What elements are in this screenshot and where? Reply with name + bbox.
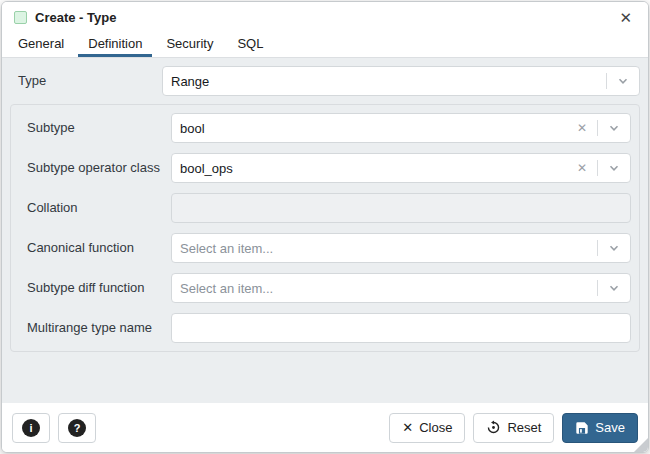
chevron-down-icon[interactable] [602,242,622,254]
tab-sql[interactable]: SQL [227,32,273,57]
subtype-select[interactable]: bool ✕ [171,113,631,143]
subtype-diff-function-row: Subtype diff function Select an item... [19,273,631,303]
multirange-type-name-input[interactable] [171,313,631,343]
canonical-function-label: Canonical function [19,239,171,258]
help-button[interactable]: ? [58,413,96,443]
subtype-row: Subtype bool ✕ [19,113,631,143]
definition-form: Type Range Subtype bool ✕ [2,58,648,403]
help-icon: ? [68,419,86,437]
close-icon[interactable]: ✕ [613,8,638,27]
type-select[interactable]: Range [162,66,640,96]
range-options-panel: Subtype bool ✕ Subtype operator class [10,104,640,352]
subtype-opclass-row: Subtype operator class bool_ops ✕ [19,153,631,183]
type-select-value: Range [171,74,602,89]
clear-icon[interactable]: ✕ [571,161,593,175]
resize-handle[interactable] [634,438,648,452]
chevron-down-icon[interactable] [602,162,622,174]
save-icon [575,421,589,435]
save-button-label: Save [595,420,625,435]
subtype-label: Subtype [19,119,171,138]
collation-input [171,193,631,223]
info-icon: i [22,419,40,437]
chevron-down-icon[interactable] [602,122,622,134]
close-x-icon: ✕ [402,420,413,435]
tab-definition[interactable]: Definition [78,32,152,57]
tab-general[interactable]: General [8,32,74,57]
reset-icon [486,420,501,435]
clear-icon[interactable]: ✕ [571,121,593,135]
type-label: Type [10,72,162,91]
subtype-opclass-select[interactable]: bool_ops ✕ [171,153,631,183]
dialog-title: Create - Type [35,10,613,25]
dialog-footer: i ? ✕ Close Reset Save [2,403,648,452]
canonical-function-row: Canonical function Select an item... [19,233,631,263]
subtype-select-value: bool [180,121,571,136]
reset-button[interactable]: Reset [473,413,554,443]
subtype-diff-function-select[interactable]: Select an item... [171,273,631,303]
chevron-down-icon[interactable] [611,75,631,87]
tab-bar: General Definition Security SQL [2,32,648,58]
multirange-type-name-row: Multirange type name [19,313,631,343]
subtype-opclass-select-value: bool_ops [180,161,571,176]
tab-security[interactable]: Security [156,32,223,57]
type-icon [14,11,27,24]
close-button[interactable]: ✕ Close [389,413,465,443]
dialog-header: Create - Type ✕ [2,2,648,32]
reset-button-label: Reset [507,420,541,435]
multirange-type-name-label: Multirange type name [19,319,171,338]
chevron-down-icon[interactable] [602,282,622,294]
info-button[interactable]: i [12,413,50,443]
create-type-dialog: Create - Type ✕ General Definition Secur… [1,1,649,453]
collation-row: Collation [19,193,631,223]
canonical-function-placeholder: Select an item... [180,241,593,256]
canonical-function-select[interactable]: Select an item... [171,233,631,263]
subtype-diff-function-placeholder: Select an item... [180,281,593,296]
collation-label: Collation [19,199,171,218]
subtype-diff-function-label: Subtype diff function [19,279,171,298]
type-row: Type Range [10,66,640,96]
save-button[interactable]: Save [562,413,638,443]
subtype-opclass-label: Subtype operator class [19,159,171,178]
close-button-label: Close [419,420,452,435]
